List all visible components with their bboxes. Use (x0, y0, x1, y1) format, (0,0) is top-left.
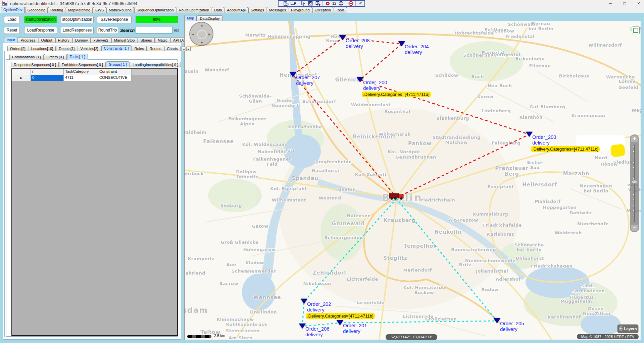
tab-routes[interactable]: Routes (147, 46, 164, 51)
tab-vehicles-2[interactable]: Vehicles[2] (78, 46, 101, 51)
error-count-icon[interactable] (325, 1, 330, 6)
menu-tab-mapmatching[interactable]: MapMatching (66, 7, 93, 13)
loadresponses-button[interactable]: LoadResponses (61, 27, 94, 34)
search-input[interactable] (136, 27, 172, 34)
tab-dummy[interactable]: Dummy (72, 37, 91, 43)
tab-input[interactable]: Input (4, 37, 17, 43)
menu-tab-sequenceoptimization[interactable]: SequenceOptimization (134, 7, 176, 13)
maximize-button[interactable]: ▢ (622, 1, 627, 6)
pan-down-icon[interactable]: ▼ (200, 41, 204, 45)
tab-magic[interactable]: Magic (155, 37, 170, 43)
zoom-in-button[interactable]: + (631, 135, 638, 142)
no-entry-icon[interactable] (348, 1, 353, 6)
row-selector-header[interactable] (12, 69, 31, 75)
tab-loadingincompatibilities-0[interactable]: LoadingIncompatibilities[ 0 ] (130, 62, 181, 67)
menu-tab-optflowdev[interactable]: OptflowDev (1, 7, 25, 13)
tab-charts[interactable]: Charts (164, 46, 181, 51)
order-marker-icon[interactable] (357, 77, 363, 82)
column-header-i[interactable]: i (31, 69, 64, 75)
loadresponse-button[interactable]: LoadResponse (24, 27, 57, 34)
startoptimization-button[interactable]: startOptimization (24, 16, 57, 23)
menu-tab-playground[interactable]: Playground (289, 7, 312, 13)
tab-scroll-left-icon[interactable]: ◄ (182, 47, 186, 51)
tab-history[interactable]: History (55, 37, 72, 43)
tab-orders-0[interactable]: Orders [0 ] (44, 54, 67, 60)
stopoptimization-button[interactable]: stopOptimization (61, 16, 94, 23)
order-categories-note: .Delivery.Categories=[4711;4711c] (531, 146, 600, 152)
order-marker-icon[interactable] (526, 132, 533, 137)
tab-depots-1[interactable]: Depots[1] (56, 46, 77, 51)
tab-forbiddensequences-0[interactable]: ForbiddenSequences[ 0 ] (59, 62, 106, 67)
menu-tab-ews[interactable]: EWS (93, 7, 106, 13)
tab-orders-9[interactable]: Orders[9] (7, 46, 28, 51)
tab-locations-10[interactable]: Locations[10] (29, 46, 56, 51)
menu-tab-exception[interactable]: Exception (312, 7, 333, 13)
menu-tab-routing[interactable]: Routing (48, 7, 65, 13)
cursor-select-icon[interactable] (300, 1, 306, 6)
menu-tab-tools[interactable]: Tools (334, 7, 347, 13)
saveresponse-button[interactable]: SaveResponse (97, 16, 132, 23)
tab-progress[interactable]: Progress (18, 37, 38, 43)
tab-respectedsequences-0[interactable]: RespectedSequences[ 0 ] (11, 62, 59, 67)
menu-tab-messages[interactable]: Messages (267, 7, 288, 13)
video-camera-icon[interactable] (291, 1, 296, 6)
zoom-slider[interactable]: + − (630, 134, 639, 232)
reset-button[interactable]: Reset (4, 27, 20, 34)
tab-scroll-right-icon[interactable]: ► (186, 47, 191, 51)
cell-i[interactable]: 0 (31, 75, 64, 81)
pan-left-icon[interactable]: ◄ (191, 32, 195, 36)
menu-tab-settings[interactable]: Settings (248, 7, 266, 13)
collapse-chevron-icon[interactable]: < (358, 1, 363, 6)
zoom-slider-thumb[interactable] (632, 180, 637, 184)
cell-constraint[interactable]: CONSECUTIVE (98, 75, 132, 81)
title-bar: optimizationIdentifier.Id = 0456897a-57a… (0, 0, 644, 7)
order-marker-icon[interactable] (494, 318, 500, 323)
menu-tab-routeoptimization[interactable]: RouteOptimization (177, 7, 212, 13)
column-header-taskcategory[interactable]: TaskCategory (64, 69, 98, 75)
order-marker-icon[interactable] (290, 72, 296, 77)
order-marker-icon[interactable] (337, 320, 343, 325)
map-tab-map[interactable]: Map (184, 15, 197, 21)
rectangle-select-icon[interactable] (308, 1, 313, 6)
layers-toggle-icon[interactable]: ▼ (619, 326, 623, 331)
tab-combinations-0[interactable]: Combinations [0 ] (9, 54, 44, 60)
load-button[interactable]: Load (4, 16, 20, 23)
roundtrip-button[interactable]: RoundTrip (97, 27, 118, 34)
column-header-constraint[interactable]: Constraint (98, 69, 132, 75)
map-layers-maximize-icon[interactable] (632, 26, 640, 34)
menu-tab-data[interactable]: Data (212, 7, 224, 13)
tab-output[interactable]: Output (39, 37, 55, 43)
settings-document-icon[interactable] (283, 1, 289, 6)
rectangle-cursor-select-icon[interactable] (315, 1, 320, 6)
cell-taskcategory[interactable]: 4711 (64, 75, 98, 81)
toolbar-grip-icon[interactable] (280, 1, 281, 5)
toolbar-separator (346, 1, 346, 6)
tab-groups-1[interactable]: Groups[ 1 ] (106, 61, 130, 67)
tab-manual-stop[interactable]: Manual Stop (111, 37, 138, 43)
order-marker-icon[interactable] (301, 299, 307, 304)
table-row[interactable]: ▶04711CONSECUTIVE (12, 75, 177, 81)
menu-tab-accountapi[interactable]: AccountApi (225, 7, 248, 13)
zoom-out-button[interactable]: − (631, 225, 638, 231)
map-tab-datadisplay[interactable]: DataDisplay (197, 15, 222, 21)
row-selector-arrow-icon[interactable]: ▶ (12, 75, 31, 81)
tab-constraints-1[interactable]: Constraints [1 ] (101, 45, 132, 51)
order-marker-icon[interactable] (299, 324, 306, 329)
map-viewport[interactable]: MarwitzHohenschöppingHohenNeueFeldheimSc… (184, 21, 641, 340)
pan-compass-control[interactable]: ▲ ▼ ◄ ► (189, 22, 213, 46)
pan-up-icon[interactable]: ▲ (200, 23, 204, 27)
tab-stories[interactable]: Stories (138, 37, 154, 43)
tab-xserver2[interactable]: xServer2 (91, 37, 111, 43)
menu-tab-geocoding[interactable]: Geocoding (25, 7, 48, 13)
order-marker-icon[interactable] (339, 35, 346, 40)
order-marker-icon[interactable] (398, 41, 405, 46)
accessibility-icon[interactable] (338, 1, 344, 6)
pan-right-icon[interactable]: ► (208, 32, 211, 36)
layers-button[interactable]: ▼ Layers (617, 324, 639, 333)
tab-api-doc[interactable]: API Doc (170, 37, 185, 43)
tab-tasks-1[interactable]: Tasks[ 1 ] (67, 54, 88, 60)
tab-rules[interactable]: Rules (132, 46, 147, 51)
close-button[interactable]: ✕ (636, 1, 641, 6)
menu-tab-matrixrouting[interactable]: MatrixRouting (106, 7, 134, 13)
minimize-button[interactable]: ─ (608, 1, 613, 5)
